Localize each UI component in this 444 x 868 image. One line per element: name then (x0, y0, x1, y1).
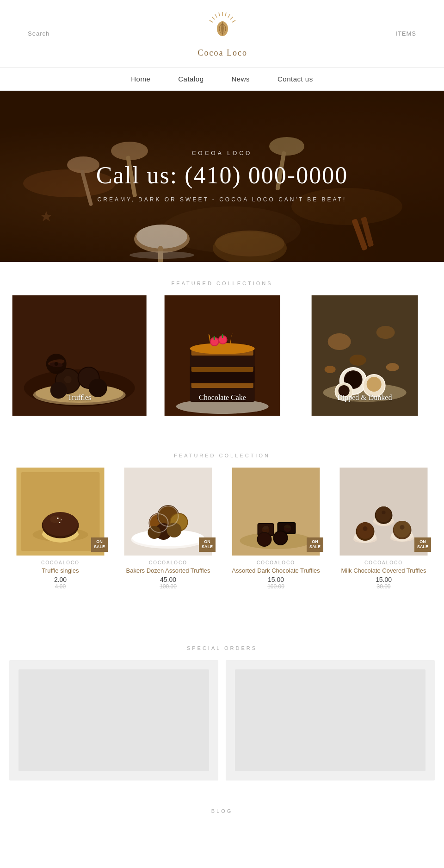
svg-point-75 (324, 366, 335, 373)
svg-point-20 (136, 225, 187, 249)
svg-point-62 (376, 326, 395, 339)
nav-contact[interactable]: Contact us (278, 75, 313, 83)
svg-point-125 (400, 525, 405, 530)
sale-badge-2: ON SALE (199, 537, 216, 552)
svg-line-8 (232, 20, 235, 22)
header: Search Cocoa Loco ITEMS (0, 0, 444, 67)
product-price-1: 2.00 (9, 576, 111, 583)
svg-line-6 (212, 17, 215, 19)
special-orders-title: SPECIAL ORDERS (9, 627, 435, 660)
collection-dipped-label: Dipped & Dunked (295, 393, 435, 402)
product-image-2: ON SALE (117, 468, 219, 556)
search-button[interactable]: Search (28, 30, 49, 37)
collection-truffles[interactable]: Truffles (9, 295, 149, 416)
svg-point-36 (64, 376, 72, 383)
product-title-2: Bakers Dozen Assorted Truffles (117, 567, 219, 574)
svg-point-124 (363, 526, 368, 531)
featured-collection-title: FEATURED COLLECTION (0, 434, 444, 468)
collections-grid: Truffles (0, 295, 444, 434)
special-orders-grid (9, 660, 435, 781)
hero-title: Call us: (410) 000-0000 (96, 162, 348, 188)
hero-subtitle: CREAMY, DARK OR SWEET - COCOA LOCO CAN'T… (96, 196, 348, 203)
product-original-price-4: 30.00 (333, 583, 435, 590)
product-title-1: Truffle singles (9, 567, 111, 574)
nav-home[interactable]: Home (131, 75, 150, 83)
product-vendor-4: COCOALOCO (333, 560, 435, 565)
svg-line-1 (225, 12, 226, 16)
items-button[interactable]: ITEMS (395, 30, 416, 37)
collection-cake[interactable]: Chocolate Cake (152, 295, 292, 416)
svg-point-76 (386, 363, 399, 371)
product-image-1: ON SALE (9, 468, 111, 556)
logo-text: Cocoa Loco (198, 48, 247, 58)
svg-line-4 (219, 12, 220, 16)
featured-collection-section: FEATURED COLLECTION (0, 434, 444, 608)
product-title-4: Milk Chocolate Covered Truffles (333, 567, 435, 574)
hero-banner: COCOA LOCO Call us: (410) 000-0000 CREAM… (0, 91, 444, 262)
svg-point-53 (190, 343, 255, 354)
sale-badge-4: ON SALE (414, 537, 431, 552)
svg-rect-59 (222, 334, 223, 338)
svg-point-81 (43, 512, 78, 536)
svg-point-29 (130, 251, 194, 259)
svg-rect-85 (59, 522, 61, 523)
svg-line-5 (215, 14, 217, 18)
logo-icon (204, 9, 241, 46)
svg-line-2 (228, 14, 230, 18)
products-grid: ON SALE COCOALOCO Truffle singles 2.00 4… (9, 468, 435, 590)
product-image-3: ON SALE (225, 468, 327, 556)
special-orders-section: SPECIAL ORDERS (0, 608, 444, 799)
special-order-inner-1 (18, 669, 209, 771)
sale-badge-1: ON SALE (91, 537, 108, 552)
collection-cake-label: Chocolate Cake (152, 393, 292, 402)
hero-brand-label: COCOA LOCO (96, 150, 348, 156)
product-title-3: Assorted Dark Chocolate Truffles (225, 567, 327, 574)
product-original-price-3: 100.00 (225, 583, 327, 590)
svg-line-3 (230, 17, 233, 19)
svg-point-126 (382, 511, 386, 514)
featured-collections-section: FEATURED COLLECTIONS (0, 262, 444, 434)
product-truffle-singles[interactable]: ON SALE COCOALOCO Truffle singles 2.00 4… (9, 468, 111, 590)
nav-catalog[interactable]: Catalog (178, 75, 204, 83)
blog-title: BLOG (0, 799, 444, 818)
product-original-price-2: 100.00 (117, 583, 219, 590)
nav-news[interactable]: News (231, 75, 250, 83)
svg-rect-83 (57, 518, 59, 519)
sale-badge-3: ON SALE (307, 537, 323, 552)
collection-truffles-label: Truffles (9, 393, 149, 402)
svg-point-44 (55, 362, 58, 366)
svg-point-71 (366, 377, 381, 392)
product-milk-chocolate[interactable]: ON SALE COCOALOCO Milk Chocolate Covered… (333, 468, 435, 590)
product-vendor-3: COCOALOCO (225, 560, 327, 565)
special-order-2[interactable] (226, 660, 435, 781)
product-price-2: 45.00 (117, 576, 219, 583)
svg-point-61 (327, 333, 351, 350)
product-bakers-dozen[interactable]: ON SALE COCOALOCO Bakers Dozen Assorted … (117, 468, 219, 590)
svg-rect-84 (61, 519, 62, 520)
product-price-3: 15.00 (225, 576, 327, 583)
special-order-1[interactable] (9, 660, 218, 781)
svg-point-23 (215, 231, 284, 256)
product-vendor-2: COCOALOCO (117, 560, 219, 565)
products-section: ON SALE COCOALOCO Truffle singles 2.00 4… (0, 468, 444, 608)
product-vendor-1: COCOALOCO (9, 560, 111, 565)
svg-line-7 (210, 20, 213, 22)
product-original-price-1: 4.00 (9, 583, 111, 590)
collection-dipped[interactable]: Dipped & Dunked (295, 295, 435, 416)
logo[interactable]: Cocoa Loco (198, 9, 247, 58)
featured-collections-title: FEATURED COLLECTIONS (0, 262, 444, 295)
navigation: Home Catalog News Contact us (0, 67, 444, 91)
svg-point-82 (50, 516, 62, 523)
product-price-4: 15.00 (333, 576, 435, 583)
special-order-inner-2 (235, 669, 426, 771)
product-assorted-dark[interactable]: ON SALE COCOALOCO Assorted Dark Chocolat… (225, 468, 327, 590)
svg-point-111 (274, 531, 287, 544)
hero-content: COCOA LOCO Call us: (410) 000-0000 CREAM… (96, 150, 348, 202)
svg-rect-58 (214, 336, 215, 340)
svg-point-63 (349, 355, 366, 366)
product-image-4: ON SALE (333, 468, 435, 556)
svg-point-109 (258, 533, 271, 546)
